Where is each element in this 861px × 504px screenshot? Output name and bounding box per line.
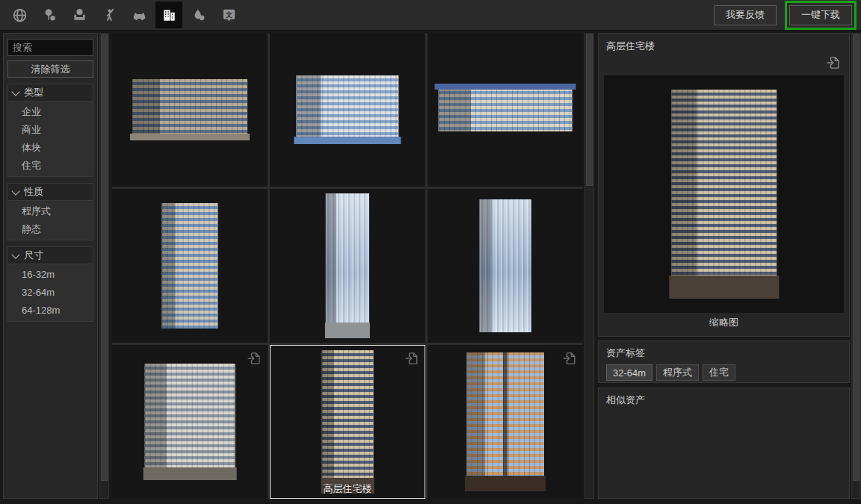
tool-vehicle-icon[interactable] — [126, 1, 152, 28]
asset-cell-5[interactable] — [428, 189, 583, 343]
building-thumbnail-art — [145, 364, 235, 481]
building-base — [465, 476, 546, 491]
building-thumbnail-art — [162, 203, 218, 329]
tool-building-icon[interactable] — [155, 1, 182, 28]
chevron-down-icon — [11, 250, 19, 258]
preview-caption: 缩略图 — [599, 313, 849, 331]
similar-assets-section: 相似资产 — [598, 388, 850, 499]
filter-item-1-1[interactable]: 静态 — [8, 220, 93, 238]
asset-tag-row: 32-64m程序式住宅 — [606, 364, 842, 381]
asset-tags-section: 资产标签 32-64m程序式住宅 — [598, 340, 850, 383]
filter-group-header-2[interactable]: 尺寸 — [7, 246, 93, 264]
chevron-down-icon — [11, 87, 19, 96]
category-tabs: 文 — [0, 1, 245, 28]
asset-tag-0[interactable]: 32-64m — [606, 364, 652, 381]
asset-tags-title: 资产标签 — [606, 346, 842, 360]
asset-cell-0[interactable] — [112, 33, 268, 187]
main-area: 清除筛选 类型企业商业体块住宅性质程序式静态尺寸16-32m32-64m64-1… — [0, 31, 861, 504]
filter-group-title: 类型 — [24, 86, 43, 99]
building-base — [669, 276, 779, 299]
tool-props-icon[interactable] — [66, 1, 93, 28]
asset-cell-8[interactable] — [428, 345, 583, 499]
filter-item-2-1[interactable]: 32-64m — [8, 284, 93, 302]
filter-sidebar: 清除筛选 类型企业商业体块住宅性质程序式静态尺寸16-32m32-64m64-1… — [3, 33, 98, 499]
import-icon[interactable] — [561, 350, 578, 370]
asset-grid: 高层住宅楼 — [112, 33, 583, 499]
building-thumbnail-art — [326, 193, 369, 338]
similar-assets-title: 相似资产 — [606, 393, 842, 407]
building-thumbnail-art — [671, 90, 777, 299]
tool-sign-icon[interactable]: 文 — [215, 1, 242, 28]
filter-group-header-1[interactable]: 性质 — [7, 183, 93, 201]
asset-cell-3[interactable] — [112, 189, 268, 343]
asset-title: 高层住宅楼 — [606, 40, 655, 53]
filter-group-items-1: 程序式静态 — [7, 201, 93, 240]
asset-cell-7-selected[interactable]: 高层住宅楼 — [270, 345, 425, 499]
filter-group-title: 尺寸 — [24, 249, 43, 262]
asset-tag-1[interactable]: 程序式 — [656, 364, 699, 381]
building-thumbnail-art — [480, 199, 531, 332]
search-input[interactable] — [7, 39, 93, 56]
grid-scrollbar-thumb[interactable] — [586, 34, 593, 186]
building-base — [325, 323, 371, 338]
tool-vegetation-icon[interactable] — [36, 1, 63, 28]
asset-cell-6[interactable] — [112, 345, 268, 499]
building-thumbnail-art — [466, 352, 544, 491]
building-thumbnail-art — [322, 350, 374, 494]
import-icon[interactable] — [825, 55, 842, 74]
filter-item-0-1[interactable]: 商业 — [8, 121, 93, 139]
building-thumbnail-art — [132, 79, 247, 140]
filter-item-1-0[interactable]: 程序式 — [8, 202, 93, 220]
toolbar: 文 我要反馈 一键下载 — [0, 0, 861, 31]
filter-groups: 类型企业商业体块住宅性质程序式静态尺寸16-32m32-64m64-128m — [7, 84, 93, 322]
building-thumbnail-art — [296, 75, 398, 145]
grid-scrollbar[interactable] — [584, 33, 594, 499]
asset-tag-2[interactable]: 住宅 — [703, 364, 735, 381]
clear-filters-button[interactable]: 清除筛选 — [7, 60, 93, 78]
asset-cell-2[interactable] — [428, 33, 583, 187]
chevron-down-icon — [11, 187, 19, 195]
filter-item-0-0[interactable]: 企业 — [8, 103, 93, 121]
sidebar-scrollbar-thumb[interactable] — [101, 34, 108, 481]
detail-header: 高层住宅楼 — [599, 34, 849, 75]
filter-group-title: 性质 — [24, 185, 43, 199]
feedback-button[interactable]: 我要反馈 — [714, 5, 777, 25]
asset-cell-4[interactable] — [270, 189, 425, 343]
filter-item-2-2[interactable]: 64-128m — [8, 302, 93, 320]
asset-cell-label: 高层住宅楼 — [270, 482, 425, 496]
detail-panel: 高层住宅楼 缩略图 资产标签 32-64m程序式住宅 相似资产 — [598, 33, 850, 499]
tool-globe-icon[interactable] — [6, 1, 33, 28]
filter-item-2-0[interactable]: 16-32m — [8, 266, 93, 284]
filter-group-items-2: 16-32m32-64m64-128m — [7, 264, 93, 322]
download-button-wrap: 一键下载 — [789, 5, 852, 25]
detail-scrollbar[interactable] — [851, 33, 861, 499]
building-base — [294, 137, 401, 144]
tool-character-icon[interactable] — [96, 1, 123, 28]
detail-head-section: 高层住宅楼 缩略图 — [598, 33, 850, 337]
svg-text:文: 文 — [224, 10, 232, 18]
download-button[interactable]: 一键下载 — [789, 5, 852, 25]
filter-group-items-0: 企业商业体块住宅 — [7, 102, 93, 177]
asset-grid-wrap: 高层住宅楼 — [112, 33, 583, 499]
filter-group-header-0[interactable]: 类型 — [7, 84, 93, 102]
import-icon[interactable] — [246, 350, 262, 370]
building-base — [130, 134, 250, 140]
filter-item-0-3[interactable]: 住宅 — [8, 157, 93, 175]
asset-cell-1[interactable] — [270, 33, 425, 187]
building-roof — [434, 84, 576, 90]
asset-preview — [604, 75, 844, 313]
sidebar-scrollbar[interactable] — [99, 33, 109, 499]
import-icon[interactable] — [404, 350, 420, 370]
detail-scrollbar-thumb[interactable] — [853, 34, 860, 481]
building-thumbnail-art — [439, 88, 573, 131]
filter-item-0-2[interactable]: 体块 — [8, 139, 93, 157]
asset-browser-window: 文 我要反馈 一键下载 清除筛选 类型企业商业体块住宅性质程序式静态尺寸16-3… — [0, 0, 861, 504]
building-base — [143, 467, 236, 480]
tool-material-icon[interactable] — [185, 1, 212, 28]
